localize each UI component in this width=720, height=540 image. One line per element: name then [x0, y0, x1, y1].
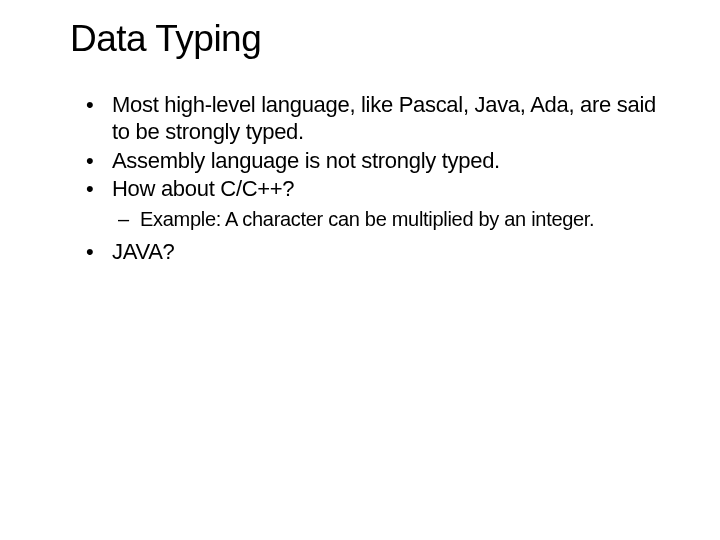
slide-content: Data Typing Most high-level language, li…: [0, 0, 720, 266]
sub-bullet-text: Example: A character can be multiplied b…: [140, 208, 594, 230]
bullet-text: How about C/C++?: [112, 176, 294, 201]
bullet-text: Most high-level language, like Pascal, J…: [112, 92, 656, 144]
bullet-text: JAVA?: [112, 239, 175, 264]
slide-title: Data Typing: [70, 18, 660, 60]
bullet-text: Assembly language is not strongly typed.: [112, 148, 500, 173]
sub-bullet-item: Example: A character can be multiplied b…: [140, 207, 660, 231]
bullet-item: How about C/C++? Example: A character ca…: [112, 176, 660, 231]
bullet-item: Most high-level language, like Pascal, J…: [112, 92, 660, 146]
bullet-list: Most high-level language, like Pascal, J…: [70, 92, 660, 266]
sub-bullet-list: Example: A character can be multiplied b…: [112, 207, 660, 231]
bullet-item: Assembly language is not strongly typed.: [112, 148, 660, 175]
bullet-item: JAVA?: [112, 239, 660, 266]
